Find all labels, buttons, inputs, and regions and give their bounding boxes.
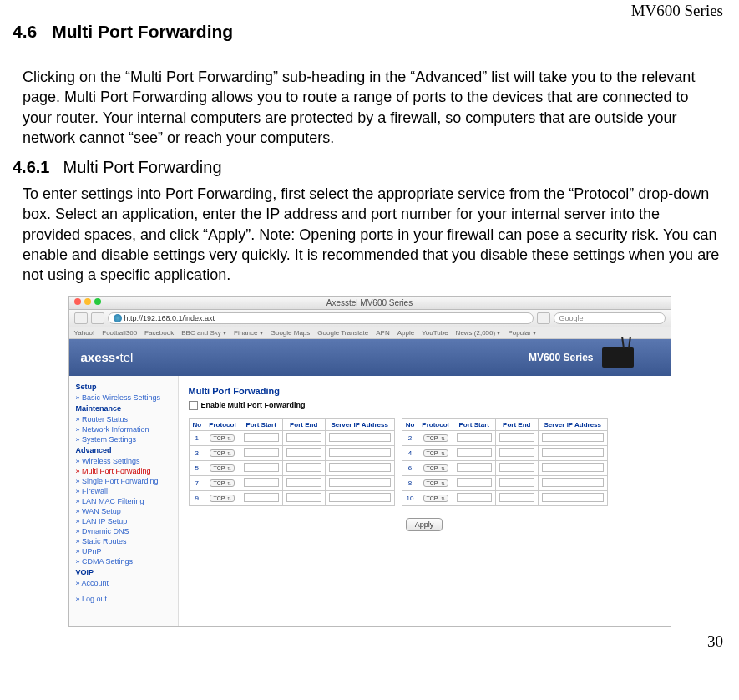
port-table-right: NoProtocolPort StartPort EndServer IP Ad…	[402, 418, 608, 506]
protocol-select[interactable]: TCP	[210, 434, 235, 442]
sidebar-item[interactable]: » Multi Port Forwading	[69, 466, 178, 476]
sidebar-item[interactable]: » Account	[69, 578, 178, 588]
sidebar-item[interactable]: » System Settings	[69, 434, 178, 444]
port-end-input[interactable]	[499, 493, 534, 502]
sidebar-item[interactable]: » Network Information	[69, 424, 178, 434]
bookmark-item[interactable]: APN	[376, 329, 389, 337]
sidebar-item[interactable]: » Basic Wireless Settings	[69, 393, 178, 403]
server-ip-input[interactable]	[542, 493, 604, 502]
protocol-select[interactable]: TCP	[210, 449, 235, 457]
port-end-input[interactable]	[499, 463, 534, 472]
table-header: Port Start	[453, 418, 495, 430]
sidebar-item[interactable]: » Wireless Settings	[69, 456, 178, 466]
server-ip-input[interactable]	[542, 478, 604, 487]
app-series-text: MV600 Series	[529, 352, 593, 363]
table-row: 6TCP	[402, 460, 607, 475]
port-end-input[interactable]	[499, 433, 534, 442]
sidebar-item[interactable]: » WAN Setup	[69, 506, 178, 516]
server-ip-input[interactable]	[329, 448, 391, 457]
table-row: 4TCP	[402, 445, 607, 460]
protocol-select[interactable]: TCP	[423, 479, 448, 487]
nav-forward-button[interactable]	[91, 312, 104, 324]
protocol-select[interactable]: TCP	[423, 449, 448, 457]
sidebar-item[interactable]: » Firewall	[69, 486, 178, 496]
table-header: No	[402, 418, 418, 430]
protocol-select[interactable]: TCP	[423, 434, 448, 442]
server-ip-input[interactable]	[542, 463, 604, 472]
port-start-input[interactable]	[457, 478, 492, 487]
port-start-input[interactable]	[244, 478, 279, 487]
address-bar[interactable]: http://192.168.0.1/index.axt	[108, 312, 534, 324]
port-start-input[interactable]	[244, 463, 279, 472]
sidebar-item[interactable]: » Static Routes	[69, 536, 178, 546]
table-header: Protocol	[205, 418, 240, 430]
apply-button[interactable]: Apply	[406, 518, 443, 531]
port-start-input[interactable]	[244, 493, 279, 502]
enable-checkbox-row[interactable]: Enable Multi Port Forwarding	[189, 401, 661, 410]
sidebar-category: Setup	[69, 381, 178, 393]
row-number: 3	[189, 445, 205, 460]
subsection-number: 4.6.1	[13, 158, 49, 176]
enable-label: Enable Multi Port Forwarding	[201, 401, 306, 409]
protocol-select[interactable]: TCP	[210, 495, 235, 502]
protocol-select[interactable]: TCP	[423, 495, 448, 502]
sidebar-item[interactable]: » Router Status	[69, 414, 178, 424]
bookmark-item[interactable]: News (2,056) ▾	[456, 329, 501, 337]
bookmark-item[interactable]: BBC and Sky ▾	[181, 329, 226, 337]
row-number: 5	[189, 460, 205, 475]
app-header: axess•tel MV600 Series	[69, 339, 671, 376]
port-start-input[interactable]	[457, 493, 492, 502]
port-end-input[interactable]	[286, 493, 321, 502]
bookmark-item[interactable]: Finance ▾	[234, 329, 263, 337]
protocol-select[interactable]: TCP	[423, 464, 448, 472]
bookmark-item[interactable]: Facebook	[144, 329, 174, 337]
port-end-input[interactable]	[286, 433, 321, 442]
sidebar-item[interactable]: » LAN IP Setup	[69, 516, 178, 526]
url-text: http://192.168.0.1/index.axt	[124, 314, 215, 322]
sidebar-logout[interactable]: » Log out	[69, 594, 178, 604]
enable-checkbox[interactable]	[189, 401, 198, 410]
server-ip-input[interactable]	[329, 463, 391, 472]
content-title: Multi Port Forwading	[189, 386, 661, 396]
window-title: Axesstel MV600 Series	[326, 298, 413, 307]
sidebar-item[interactable]: » Single Port Forwarding	[69, 476, 178, 486]
port-start-input[interactable]	[457, 433, 492, 442]
window-controls[interactable]	[74, 298, 101, 305]
server-ip-input[interactable]	[329, 493, 391, 502]
bookmark-item[interactable]: Apple	[397, 329, 414, 337]
bookmark-item[interactable]: Popular ▾	[508, 329, 536, 337]
bookmark-item[interactable]: Football365	[102, 329, 137, 337]
close-icon[interactable]	[74, 298, 81, 305]
port-start-input[interactable]	[244, 433, 279, 442]
bookmark-item[interactable]: YouTube	[422, 329, 448, 337]
server-ip-input[interactable]	[329, 478, 391, 487]
protocol-select[interactable]: TCP	[210, 479, 235, 487]
server-ip-input[interactable]	[542, 448, 604, 457]
port-end-input[interactable]	[286, 478, 321, 487]
bookmark-item[interactable]: Google Translate	[317, 329, 368, 337]
port-start-input[interactable]	[457, 463, 492, 472]
nav-back-button[interactable]	[74, 312, 88, 324]
table-header: Server IP Address	[538, 418, 607, 430]
port-start-input[interactable]	[244, 448, 279, 457]
port-end-input[interactable]	[499, 448, 534, 457]
table-row: 10TCP	[402, 490, 607, 505]
server-ip-input[interactable]	[329, 433, 391, 442]
reload-button[interactable]	[537, 312, 550, 324]
subsection-heading: 4.6.1Multi Port Forwarding	[13, 158, 726, 177]
port-start-input[interactable]	[457, 448, 492, 457]
maximize-icon[interactable]	[94, 298, 101, 305]
bookmark-item[interactable]: Google Maps	[271, 329, 311, 337]
port-end-input[interactable]	[286, 448, 321, 457]
sidebar-item[interactable]: » Dynamic DNS	[69, 526, 178, 536]
server-ip-input[interactable]	[542, 433, 604, 442]
port-end-input[interactable]	[286, 463, 321, 472]
sidebar-item[interactable]: » LAN MAC Filtering	[69, 496, 178, 506]
bookmark-item[interactable]: Yahoo!	[74, 329, 95, 337]
sidebar-item[interactable]: » CDMA Settings	[69, 556, 178, 566]
port-end-input[interactable]	[499, 478, 534, 487]
minimize-icon[interactable]	[84, 298, 91, 305]
search-bar[interactable]: Google	[554, 312, 666, 324]
sidebar-item[interactable]: » UPnP	[69, 546, 178, 556]
protocol-select[interactable]: TCP	[210, 464, 235, 472]
